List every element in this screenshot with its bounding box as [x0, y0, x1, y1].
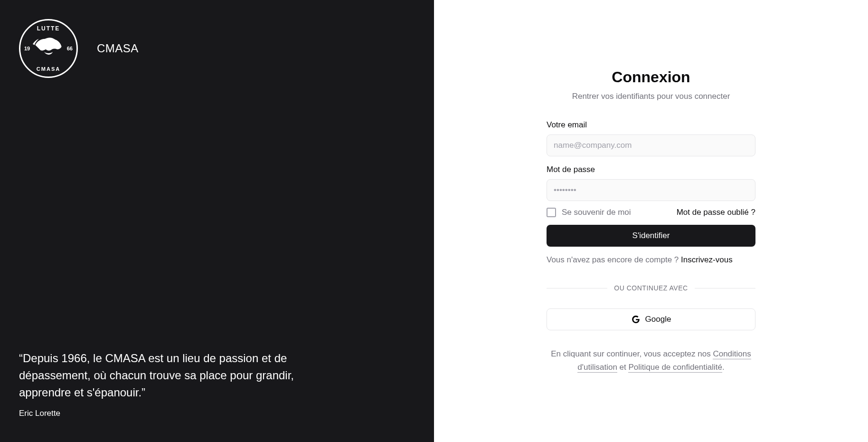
signup-link[interactable]: Inscrivez-vous [681, 255, 733, 264]
logo-year-right: 66 [67, 46, 73, 51]
google-button-label: Google [645, 315, 671, 324]
quote-text: “Depuis 1966, le CMASA est un lieu de pa… [19, 350, 332, 401]
remember-forgot-row: Se souvenir de moi Mot de passe oublié ? [547, 208, 755, 217]
google-button[interactable]: Google [547, 308, 755, 330]
login-form: Connexion Rentrer vos identifiants pour … [547, 68, 755, 373]
logo-bottom-text: CMASA [37, 66, 60, 72]
signup-row: Vous n'avez pas encore de compte ? Inscr… [547, 255, 755, 265]
logo-top-text: LUTTE [37, 25, 60, 32]
password-label: Mot de passe [547, 165, 755, 174]
brand-name: CMASA [97, 42, 139, 55]
privacy-link[interactable]: Politique de confidentialité [628, 363, 722, 373]
password-field[interactable] [547, 179, 755, 201]
email-label: Votre email [547, 120, 755, 130]
divider: OU CONTINUEZ AVEC [547, 284, 755, 292]
page-title: Connexion [547, 68, 755, 86]
logo-year-left: 19 [24, 46, 30, 51]
brand-panel: LUTTE 19 66 CMASA CMASA “Depuis 1966, le… [0, 0, 434, 442]
forgot-password-link[interactable]: Mot de passe oublié ? [677, 208, 755, 217]
wolf-icon [27, 27, 70, 70]
quote-block: “Depuis 1966, le CMASA est un lieu de pa… [19, 350, 415, 423]
logo-row: LUTTE 19 66 CMASA CMASA [19, 19, 415, 78]
quote-author: Eric Lorette [19, 409, 415, 418]
remember-wrap: Se souvenir de moi [547, 208, 631, 217]
signup-prompt: Vous n'avez pas encore de compte ? [547, 255, 681, 264]
email-field[interactable] [547, 135, 755, 156]
legal-intro: En cliquant sur continuer, vous acceptez… [551, 349, 713, 358]
logo-badge: LUTTE 19 66 CMASA [19, 19, 78, 78]
divider-text: OU CONTINUEZ AVEC [607, 284, 694, 292]
form-panel: Connexion Rentrer vos identifiants pour … [434, 0, 868, 442]
remember-checkbox[interactable] [547, 208, 556, 217]
legal-and: et [617, 363, 629, 372]
legal-text: En cliquant sur continuer, vous acceptez… [547, 347, 755, 373]
legal-period: . [722, 363, 725, 372]
page-subtitle: Rentrer vos identifiants pour vous conne… [547, 92, 755, 101]
google-icon [631, 315, 641, 324]
submit-button[interactable]: S'identifier [547, 225, 755, 247]
remember-label: Se souvenir de moi [562, 208, 631, 217]
